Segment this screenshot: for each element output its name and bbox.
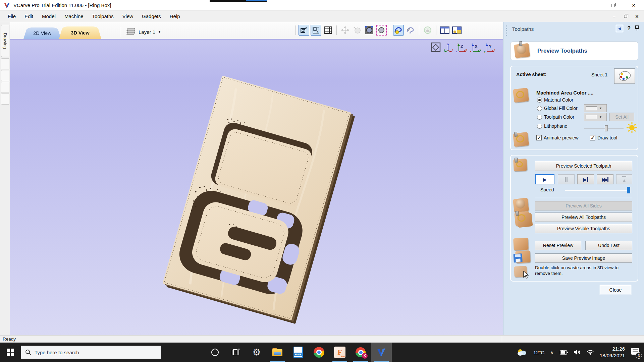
weather-icon[interactable] [516,348,528,356]
wifi-icon[interactable] [587,350,594,355]
notification-center-button[interactable]: 3 [631,348,641,357]
undo-last-button[interactable]: Undo Last [585,241,632,250]
play-button[interactable]: ▶ [535,174,554,184]
collapsed-tab-3[interactable] [1,82,9,93]
menu-machine[interactable]: Machine [60,11,88,22]
preview-solid-toolpath-icon[interactable] [393,25,404,36]
zoom-interactive-icon[interactable] [352,25,363,36]
minimize-button[interactable]: — [582,0,602,11]
y-view-icon[interactable]: zxyY [484,42,496,53]
x-view-label: X [475,44,478,49]
start-button[interactable] [0,343,21,362]
radio-toolpath-color[interactable]: Toolpath Color [537,114,574,120]
speed-slider-handle[interactable] [627,187,630,193]
menu-view[interactable]: View [118,11,138,22]
taskbar-winrar[interactable]: RAR [288,343,309,362]
set-all-button[interactable]: Set All [609,113,634,121]
isometric-view-icon[interactable] [431,42,441,52]
pan-icon[interactable] [340,25,351,36]
temperature-label[interactable]: 12°C [533,350,545,355]
split-view-layout-icon[interactable] [451,25,462,36]
taskbar-search[interactable] [21,346,161,359]
panel-close-button[interactable]: Close [600,285,631,295]
sheet-color-button[interactable] [614,68,635,84]
taskbar-cortana[interactable] [205,343,225,362]
single-step-button[interactable]: ▶ [577,174,594,184]
pause-button[interactable] [558,174,575,184]
global-fill-color-dropdown[interactable]: ▼ [584,104,607,112]
battery-icon[interactable] [559,350,568,355]
lithophane-slider[interactable] [584,128,624,129]
panel-drag-handle[interactable] [506,25,507,37]
animate-preview-checkbox[interactable]: ✓ Animate preview [536,135,579,140]
taskbar: ⚙ RAR F360 K [0,343,644,362]
zoom-box-icon[interactable] [364,25,375,36]
radio-lithophane[interactable]: Lithophane [537,123,567,129]
menu-help[interactable]: Help [165,11,184,22]
document-close-button[interactable]: ✕ [634,14,640,19]
view-3d-canvas[interactable]: zxy yxzZ zyxX zxyY [10,40,503,335]
run-to-end-button[interactable]: ▲ [616,174,632,184]
collapsed-tab-2[interactable] [1,70,9,81]
preview-all-sides-button[interactable]: Preview All Sides [535,201,632,210]
document-restore-button[interactable] [623,15,629,18]
toggle-grid-icon[interactable] [323,25,333,36]
taskbar-task-view[interactable] [225,343,246,362]
taskbar-chrome[interactable] [309,343,329,362]
document-minimize-button[interactable]: – [611,14,617,19]
radio-material-color-label: Material Color [544,97,573,103]
menu-model[interactable]: Model [38,11,60,22]
layer-selector[interactable]: Layer 1 ▼ [121,27,161,37]
dock-left-icon[interactable]: ◀ [616,25,623,32]
speed-slider[interactable] [565,190,630,191]
tab-3d-view[interactable]: 3D View [59,26,101,39]
fast-forward-button[interactable]: ▶▶ [597,174,613,184]
search-input[interactable] [35,350,145,355]
taskbar-chrome-profile[interactable]: K [350,343,371,362]
toolpath-color-dropdown[interactable]: ▼ [584,113,607,121]
multi-view-layout-icon[interactable] [439,25,450,36]
preview-visible-toolpaths-button[interactable]: Preview Visible Toolpaths [535,224,632,233]
toolbar-separator [121,27,121,37]
drawing-tab[interactable]: Drawing [1,25,9,57]
document-minimize-icon: – [613,14,615,19]
help-icon[interactable]: ? [627,25,631,32]
taskbar-vcarve-active[interactable] [371,343,392,362]
menu-gadgets[interactable]: Gadgets [138,11,165,22]
z-view-icon[interactable]: yxzZ [455,42,468,53]
draw-tool-checkbox[interactable]: ✓ Draw tool [590,135,617,140]
zoom-selected-icon[interactable] [376,25,387,36]
sphere-view-icon[interactable] [422,25,433,36]
speaker-icon[interactable] [574,349,581,355]
tab-2d-view[interactable]: 2D View [23,27,61,39]
menu-file[interactable]: File [3,11,20,22]
radio-global-fill-color[interactable]: Global Fill Color [537,106,578,111]
close-button[interactable]: ✕ [623,0,644,11]
x-view-icon[interactable]: zyxX [470,42,482,53]
collapsed-tab-1[interactable] [1,58,9,69]
menu-toolpaths[interactable]: Toolpaths [88,11,118,22]
menu-edit[interactable]: Edit [20,11,38,22]
pin-icon[interactable] [635,25,639,32]
taskbar-settings[interactable]: ⚙ [246,343,267,362]
panel-title: Toolpaths [512,26,534,32]
restore-button[interactable] [602,0,623,11]
taskbar-clock[interactable]: 21:26 18/09/2021 [600,346,625,359]
preview-all-toolpaths-button[interactable]: Preview All Toolpaths [535,213,632,222]
search-icon [25,349,31,355]
ring-box-3d-model[interactable] [10,40,503,335]
xyz-axes-icon[interactable]: zxy [443,42,453,53]
save-preview-image-button[interactable]: Save Preview Image [535,253,632,263]
taskbar-fusion360[interactable]: F360 [329,343,350,362]
taskbar-file-explorer[interactable] [267,343,288,362]
tray-expand-chevron[interactable]: ∧ [550,350,553,355]
radio-material-color[interactable]: Material Color [537,97,573,103]
lithophane-slider-handle[interactable] [605,125,608,131]
preview-selected-toolpath-button[interactable]: Preview Selected Toolpath [535,161,632,171]
zoom-drawing-icon[interactable]: A [311,25,321,36]
collapsed-tab-4[interactable] [1,94,9,105]
zoom-extents-icon[interactable] [299,25,309,36]
reset-preview-button[interactable]: Reset Preview [535,241,581,250]
toolpaths-panel: Toolpaths ◀ ? Preview Toolpaths Active s… [503,22,644,335]
preview-wireframe-toolpath-icon[interactable] [405,25,416,36]
